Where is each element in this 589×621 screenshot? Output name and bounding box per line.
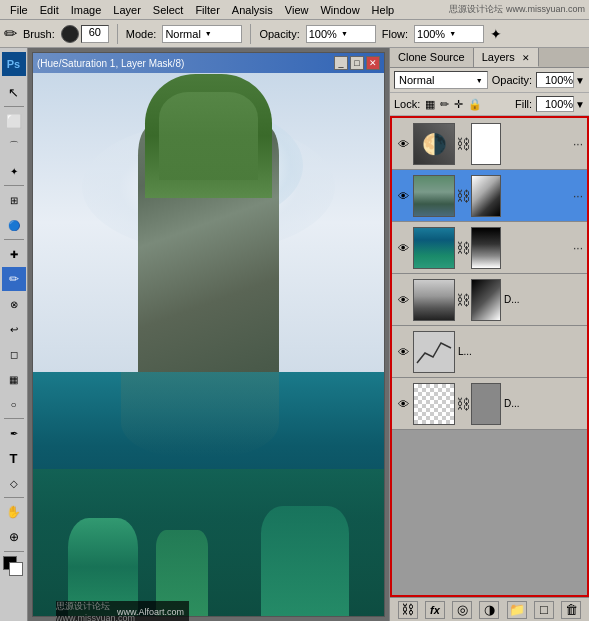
layer-1-thumbnail: 🌗 (413, 123, 455, 165)
layer-6-visibility[interactable]: 👁 (396, 397, 410, 411)
move-tool[interactable]: ↖ (2, 80, 26, 104)
lock-transparent-icon[interactable]: ▦ (424, 97, 436, 112)
layer-6-thumbnail (413, 383, 455, 425)
layer-1-visibility[interactable]: 👁 (396, 137, 410, 151)
brush-preview[interactable] (61, 25, 79, 43)
adjustment-button[interactable]: ◑ (479, 601, 499, 619)
menu-filter[interactable]: Filter (189, 2, 225, 18)
lasso-tool[interactable]: ⌒ (2, 134, 26, 158)
brush-tool-icon[interactable]: ✏ (4, 24, 17, 43)
layer-row-5[interactable]: 👁 L... (392, 326, 587, 378)
brush-size-input[interactable]: 60 (81, 25, 109, 43)
menu-image[interactable]: Image (65, 2, 108, 18)
opacity-label: Opacity: (259, 28, 299, 40)
canvas-content[interactable] (33, 73, 384, 616)
tool-separator3 (4, 239, 24, 240)
tab-clone-source[interactable]: Clone Source (390, 48, 474, 67)
tab-layers[interactable]: Layers ✕ (474, 48, 539, 67)
crop-tool[interactable]: ⊞ (2, 188, 26, 212)
layer-row-1[interactable]: 👁 🌗 ⛓ ··· (392, 118, 587, 170)
link-layers-button[interactable]: ⛓ (398, 601, 418, 619)
layers-tab-close[interactable]: ✕ (522, 53, 530, 63)
canvas-window: (Hue/Saturation 1, Layer Mask/8) _ □ ✕ (32, 52, 385, 617)
menu-layer[interactable]: Layer (107, 2, 147, 18)
flow-value: 100% (417, 28, 445, 40)
lock-all-icon[interactable]: 🔒 (467, 97, 483, 112)
new-group-button[interactable]: 📁 (507, 601, 527, 619)
menu-edit[interactable]: Edit (34, 2, 65, 18)
lock-move-icon[interactable]: ✛ (453, 97, 464, 112)
menu-analysis[interactable]: Analysis (226, 2, 279, 18)
layer-row-4[interactable]: 👁 ⛓ D... (392, 274, 587, 326)
pen-tool[interactable]: ✒ (2, 421, 26, 445)
mode-dropdown[interactable]: Normal (162, 25, 242, 43)
delete-layer-button[interactable]: 🗑 (561, 601, 581, 619)
tool-separator6 (4, 551, 24, 552)
layer-row-2[interactable]: 👁 ⛓ ··· (392, 170, 587, 222)
brush-tool[interactable]: ✏ (2, 267, 26, 291)
menu-view[interactable]: View (279, 2, 315, 18)
layer-3-mask (471, 227, 501, 269)
eyedropper-tool[interactable]: 🔵 (2, 213, 26, 237)
separator2 (250, 24, 251, 44)
history-brush-tool[interactable]: ↩ (2, 317, 26, 341)
shape-tool[interactable]: ◇ (2, 471, 26, 495)
layer-2-more[interactable]: ··· (573, 189, 583, 203)
flow-dropdown[interactable]: 100% (414, 25, 484, 43)
layers-panel: Clone Source Layers ✕ Normal Opacity: ▼ … (389, 48, 589, 621)
layer-3-visibility[interactable]: 👁 (396, 241, 410, 255)
opacity-input[interactable] (536, 72, 574, 88)
mode-label: Mode: (126, 28, 157, 40)
canvas-titlebar: (Hue/Saturation 1, Layer Mask/8) _ □ ✕ (33, 53, 384, 73)
watermark-right-text: www.Alfoart.com (117, 607, 184, 617)
brush-label: Brush: (23, 28, 55, 40)
color-swatches[interactable] (3, 556, 25, 576)
layer-4-visibility[interactable]: 👁 (396, 293, 410, 307)
clone-stamp-tool[interactable]: ⊗ (2, 292, 26, 316)
layer-5-name: L... (458, 346, 580, 357)
eraser-tool[interactable]: ◻ (2, 342, 26, 366)
tool-separator (4, 106, 24, 107)
fill-input[interactable] (536, 96, 574, 112)
maximize-button[interactable]: □ (350, 56, 364, 70)
layer-row-6[interactable]: 👁 ⛓ D... (392, 378, 587, 430)
layer-1-more[interactable]: ··· (573, 137, 583, 151)
add-mask-button[interactable]: ◎ (452, 601, 472, 619)
airbrush-icon[interactable]: ✦ (490, 26, 502, 42)
menu-select[interactable]: Select (147, 2, 190, 18)
type-tool[interactable]: T (2, 446, 26, 470)
healing-tool[interactable]: ✚ (2, 242, 26, 266)
menu-file[interactable]: File (4, 2, 34, 18)
dodge-tool[interactable]: ○ (2, 392, 26, 416)
fill-dropdown-arrow[interactable]: ▼ (575, 99, 585, 110)
layer-2-visibility[interactable]: 👁 (396, 189, 410, 203)
blend-mode-dropdown[interactable]: Normal (394, 71, 488, 89)
lock-paint-icon[interactable]: ✏ (439, 97, 450, 112)
layer-4-thumbnail (413, 279, 455, 321)
select-rect-tool[interactable]: ⬜ (2, 109, 26, 133)
menu-window[interactable]: Window (314, 2, 365, 18)
tool-separator2 (4, 185, 24, 186)
layer-3-link: ⛓ (458, 240, 468, 256)
layer-3-more[interactable]: ··· (573, 241, 583, 255)
layer-1-mask (471, 123, 501, 165)
canvas-image (33, 73, 384, 616)
close-button[interactable]: ✕ (366, 56, 380, 70)
fill-label: Fill: (515, 98, 532, 110)
layer-row-3[interactable]: 👁 ⛓ ··· (392, 222, 587, 274)
zoom-tool[interactable]: ⊕ (2, 525, 26, 549)
magic-wand-tool[interactable]: ✦ (2, 159, 26, 183)
gradient-tool[interactable]: ▦ (2, 367, 26, 391)
fx-button[interactable]: fx (425, 601, 445, 619)
new-layer-button[interactable]: □ (534, 601, 554, 619)
layers-footer: ⛓ fx ◎ ◑ 📁 □ 🗑 (390, 597, 589, 621)
opacity-dropdown[interactable]: 100% (306, 25, 376, 43)
menu-help[interactable]: Help (366, 2, 401, 18)
hand-tool[interactable]: ✋ (2, 500, 26, 524)
layer-5-visibility[interactable]: 👁 (396, 345, 410, 359)
tool-separator5 (4, 497, 24, 498)
minimize-button[interactable]: _ (334, 56, 348, 70)
layer-2-thumbnail (413, 175, 455, 217)
opacity-value: 100% (309, 28, 337, 40)
opacity-dropdown-arrow[interactable]: ▼ (575, 75, 585, 86)
